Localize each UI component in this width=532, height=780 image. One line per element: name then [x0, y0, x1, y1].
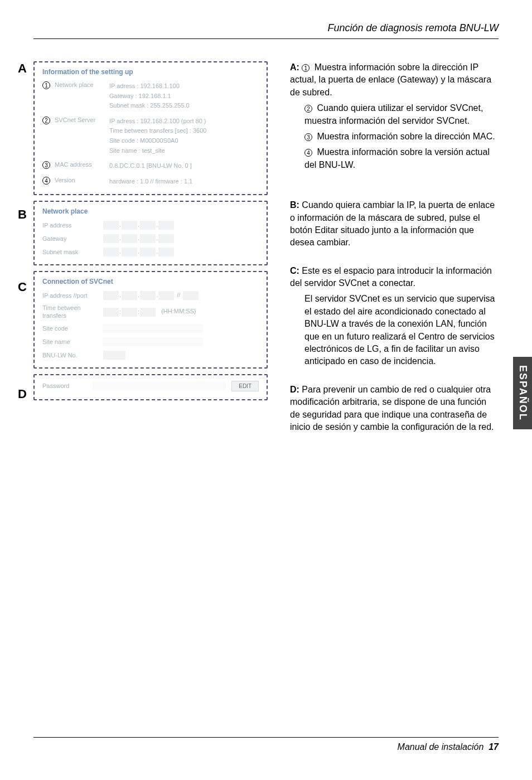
svc-octet-input[interactable]	[158, 291, 174, 300]
panel-a-title: Information of the setting up	[42, 68, 259, 76]
desc-a-4: Muestra información sobre la versión act…	[304, 147, 490, 169]
lbl-bnulwno: BNU-LW No.	[42, 352, 98, 358]
lbl-ipaddress: IP address	[42, 222, 98, 229]
subnet-input-group: ...	[103, 248, 175, 256]
lbl-sitecode: Site code	[42, 325, 98, 332]
password-input[interactable]	[93, 381, 226, 390]
panel-network-place: Network place IP address ... Gateway ...…	[33, 201, 268, 265]
lbl-ipport: IP address //port	[42, 292, 98, 299]
ip-octet-input[interactable]	[103, 221, 119, 230]
svc-port-input[interactable]	[183, 291, 199, 300]
header-rule	[33, 38, 499, 39]
sn-octet-input[interactable]	[103, 248, 119, 256]
lead-c: C:	[290, 266, 299, 275]
sitecode-input[interactable]	[103, 324, 203, 333]
letter-d: D	[18, 387, 27, 401]
panel-password: Password EDIT	[33, 374, 268, 400]
desc-d: D: Para prevenir un cambio de red o cual…	[290, 384, 499, 434]
desc-c-text2: El servidor SVCnet es un servicio que su…	[290, 293, 499, 367]
panel-svcnet-connection: Connection of SVCnet IP address //port .…	[33, 271, 268, 368]
gw-octet-input[interactable]	[122, 234, 137, 243]
panel-information: Information of the setting up 1 Network …	[33, 61, 268, 195]
ss-input[interactable]	[140, 308, 156, 317]
desc-c: C: Este es el espacio para introducir la…	[290, 265, 499, 368]
circle-1-icon: 1	[42, 81, 50, 89]
desc-a-3: Muestra información sobre la dirección M…	[317, 132, 495, 141]
lbl-timebetween: Time between transfers	[42, 304, 98, 319]
desc-b: B: Cuando quiera cambiar la IP, la puert…	[290, 199, 499, 249]
panel-c-title: Connection of SVCnet	[42, 278, 259, 285]
edit-button[interactable]: EDIT	[231, 381, 259, 391]
page-header-title: Función de diagnosis remota BNU-LW	[33, 22, 499, 34]
svc-l2: Time between transfers [sec] : 3600	[109, 126, 259, 136]
sn-octet-input[interactable]	[140, 248, 156, 256]
desc-c-text1: Este es el espacio para introducir la in…	[290, 266, 492, 288]
label-network-place: Network place	[55, 81, 105, 88]
lbl-sitename: Site name	[42, 338, 98, 345]
time-suffix: (HH:MM:SS)	[161, 308, 196, 314]
letter-a: A	[18, 61, 27, 76]
gw-octet-input[interactable]	[158, 234, 174, 243]
mm-input[interactable]	[122, 308, 137, 317]
left-column: A Information of the setting up 1 Networ…	[33, 61, 268, 449]
inline-circle-1-icon: 1	[302, 64, 309, 72]
letter-c: C	[18, 280, 27, 294]
sn-octet-input[interactable]	[158, 248, 174, 256]
footer-text: Manual de instalación	[398, 742, 484, 752]
circle-4-icon: 4	[42, 177, 50, 185]
lead-d: D:	[290, 385, 299, 394]
sn-octet-input[interactable]	[122, 248, 137, 256]
label-svcnet: SVCnet Server	[55, 117, 105, 123]
gw-octet-input[interactable]	[140, 234, 156, 243]
lbl-gateway: Gateway	[42, 235, 98, 242]
val-gateway: Gateway : 192.168.1.1	[109, 91, 259, 101]
desc-b-text: Cuando quiera cambiar la IP, la puerta d…	[290, 200, 495, 247]
time-input-group: :: (HH:MM:SS)	[103, 308, 196, 317]
hh-input[interactable]	[103, 308, 119, 317]
inline-circle-3-icon: 3	[304, 133, 312, 141]
page-number: 17	[489, 742, 499, 752]
val-version: hardware : 1.0 // firmware : 1.1	[109, 177, 259, 187]
ip-octet-input[interactable]	[122, 221, 137, 230]
val-mac: 0.8.DC.C.0.1 [BNU-LW No. 0 ]	[109, 161, 259, 171]
inline-circle-4-icon: 4	[304, 149, 312, 157]
svc-l1: IP adress : 192.168.2.100 (port 80 )	[109, 117, 259, 127]
svc-octet-input[interactable]	[122, 291, 137, 300]
lbl-subnet: Subnet mask	[42, 249, 98, 255]
desc-d-text: Para prevenir un cambio de red o cualqui…	[290, 385, 494, 432]
ip-octet-input[interactable]	[158, 221, 174, 230]
page-footer: Manual de instalación 17	[33, 737, 499, 752]
lead-a: A:	[290, 62, 299, 72]
sitename-input[interactable]	[103, 337, 203, 346]
circle-2-icon: 2	[42, 117, 50, 124]
lbl-password: Password	[42, 382, 87, 389]
label-mac: MAC address	[55, 161, 105, 168]
gw-octet-input[interactable]	[103, 234, 119, 243]
desc-a: A: 1 Muestra información sobre la direcc…	[290, 61, 499, 171]
gateway-input-group: ...	[103, 234, 175, 243]
svc-l4: Site name : test_site	[109, 146, 259, 156]
label-version: Version	[55, 177, 105, 183]
right-column: A: 1 Muestra información sobre la direcc…	[290, 61, 499, 449]
svc-l3: Site code : M00D00S0A0	[109, 136, 259, 146]
language-tab: ESPAÑOL	[513, 357, 532, 429]
svc-octet-input[interactable]	[140, 291, 156, 300]
circle-3-icon: 3	[42, 161, 50, 169]
bnulwno-input[interactable]	[103, 351, 125, 360]
ip-input-group: ...	[103, 221, 175, 230]
desc-a-1: Muestra información sobre la dirección I…	[290, 62, 491, 97]
ip-octet-input[interactable]	[140, 221, 156, 230]
lead-b: B:	[290, 200, 299, 210]
letter-b: B	[18, 207, 27, 222]
inline-circle-2-icon: 2	[304, 105, 312, 113]
val-subnet: Subnet mask : 255.255.255.0	[109, 101, 259, 111]
svc-octet-input[interactable]	[103, 291, 119, 300]
val-ip: IP adress : 192.168.1.100	[109, 81, 259, 91]
desc-a-2: Cuando quiera utilizar el servidor SVCne…	[304, 103, 483, 125]
ipport-input-group: ...//	[103, 291, 199, 300]
panel-b-title: Network place	[42, 207, 259, 215]
